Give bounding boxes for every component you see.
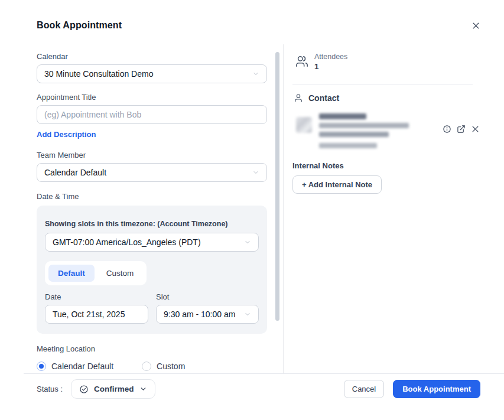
appointment-title-input[interactable]: (eg) Appointment with Bob <box>37 105 267 124</box>
calendar-select[interactable]: 30 Minute Consultation Demo <box>37 64 267 83</box>
chevron-down-icon <box>244 239 251 246</box>
close-icon <box>472 23 480 32</box>
contact-label: Contact <box>308 93 339 103</box>
appointment-form-panel: Calendar 30 Minute Consultation Demo App… <box>0 44 284 373</box>
timezone-note: Showing slots in this timezone: (Account… <box>45 220 259 228</box>
date-time-panel: Showing slots in this timezone: (Account… <box>37 206 267 334</box>
check-circle-icon <box>79 385 89 394</box>
contact-open-button[interactable] <box>457 125 466 134</box>
slot-mode-tabs: Default Custom <box>45 261 147 285</box>
modal-body: Calendar 30 Minute Consultation Demo App… <box>0 44 504 373</box>
add-description-link[interactable]: Add Description <box>37 130 96 139</box>
cancel-button[interactable]: Cancel <box>344 380 384 398</box>
contact-detail-redacted <box>319 123 409 128</box>
contact-card <box>292 112 480 148</box>
modal-header: Book Appointment <box>0 0 504 44</box>
slot-select-value: 9:30 am - 10:00 am <box>164 310 235 319</box>
contact-info-button[interactable] <box>443 125 451 134</box>
radio-label: Custom <box>157 362 185 371</box>
timezone-select[interactable]: GMT-07:00 America/Los_Angeles (PDT) <box>45 233 259 252</box>
contact-remove-button[interactable] <box>471 125 480 134</box>
calendar-label: Calendar <box>37 52 267 61</box>
tab-custom[interactable]: Custom <box>97 265 144 282</box>
chevron-down-icon <box>139 385 147 393</box>
team-member-select-value: Calendar Default <box>44 168 106 177</box>
meeting-location-options: Calendar Default Custom <box>37 362 267 371</box>
contact-avatar <box>296 117 312 133</box>
contact-user-icon <box>294 93 303 103</box>
modal-footer: Status : Confirmed Cancel Book Appointme… <box>24 373 504 420</box>
date-input[interactable]: Tue, Oct 21st, 2025 <box>45 305 148 324</box>
contact-name-redacted <box>319 113 366 119</box>
book-appointment-modal: Book Appointment Calendar 30 Minute Cons… <box>0 0 504 420</box>
attendees-summary: Attendees 1 <box>295 53 480 71</box>
slot-label: Slot <box>156 292 259 301</box>
team-member-select[interactable]: Calendar Default <box>37 163 267 182</box>
radio-label: Calendar Default <box>51 362 113 371</box>
date-value: Tue, Oct 21st, 2025 <box>53 310 125 319</box>
attendees-count: 1 <box>314 62 347 71</box>
date-label: Date <box>45 292 148 301</box>
calendar-select-value: 30 Minute Consultation Demo <box>44 69 153 79</box>
contact-section-header: Contact <box>294 93 480 103</box>
status-dropdown[interactable]: Confirmed <box>71 379 155 399</box>
vertical-scrollbar[interactable] <box>275 52 279 321</box>
radio-unselected-icon <box>142 362 151 371</box>
info-icon <box>443 126 451 135</box>
contact-details-redacted <box>319 112 409 148</box>
close-button[interactable] <box>470 20 482 31</box>
chevron-down-icon <box>244 311 251 318</box>
external-link-icon <box>457 126 466 135</box>
page-title: Book Appointment <box>37 20 122 31</box>
chevron-down-icon <box>252 169 259 176</box>
radio-calendar-default[interactable]: Calendar Default <box>37 362 113 371</box>
team-member-label: Team Member <box>37 151 267 159</box>
date-time-label: Date & Time <box>37 192 267 201</box>
meeting-location-label: Meeting Location <box>37 344 267 353</box>
timezone-select-value: GMT-07:00 America/Los_Angeles (PDT) <box>53 237 201 247</box>
appointment-info-panel: Attendees 1 Contact <box>284 44 504 373</box>
contact-detail-redacted <box>319 143 377 148</box>
slot-select[interactable]: 9:30 am - 10:00 am <box>156 305 259 324</box>
appointment-title-placeholder: (eg) Appointment with Bob <box>44 110 141 119</box>
radio-custom[interactable]: Custom <box>142 362 185 371</box>
close-icon <box>471 126 480 135</box>
internal-notes-label: Internal Notes <box>292 161 480 170</box>
contact-detail-redacted <box>319 132 389 137</box>
status-value: Confirmed <box>94 385 134 393</box>
radio-selected-icon <box>37 362 46 371</box>
contact-actions <box>443 125 480 134</box>
attendees-users-icon <box>295 55 308 71</box>
book-appointment-button[interactable]: Book Appointment <box>393 380 480 398</box>
attendees-label: Attendees <box>314 53 347 61</box>
status-label: Status : <box>37 385 63 393</box>
add-internal-note-button[interactable]: + Add Internal Note <box>292 175 382 194</box>
divider <box>292 84 473 84</box>
tab-default[interactable]: Default <box>48 265 95 282</box>
chevron-down-icon <box>252 70 259 77</box>
appointment-title-label: Appointment Title <box>37 93 267 102</box>
